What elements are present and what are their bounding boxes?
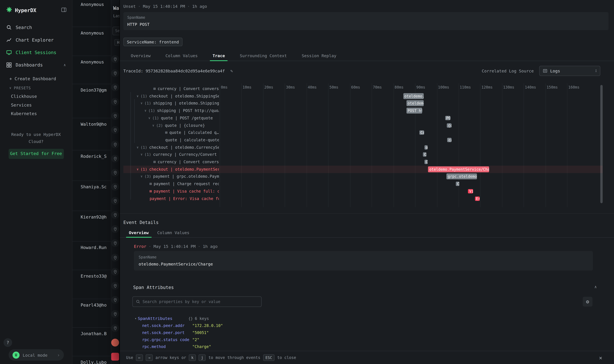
sidebar-item-search[interactable]: Search — [0, 21, 72, 34]
attribute-search-input[interactable] — [143, 299, 258, 304]
trace-tree-row[interactable]: ▤quote | Calculated q…Calculated q… — [123, 129, 603, 136]
span-bar[interactable]: Charge request rec… — [456, 182, 459, 186]
session-list-item[interactable]: Anonymous — [72, 55, 111, 84]
span-bar[interactable]: oteldemo.ShippingSe… — [403, 93, 424, 99]
settings-gear-button[interactable]: ⚙ — [583, 297, 592, 307]
chevron-down-icon[interactable]: ∨ — [141, 102, 143, 105]
preset-item-clickhouse[interactable]: Clickhouse — [0, 92, 72, 101]
map-pin-icon[interactable] — [111, 225, 119, 233]
map-pin-icon[interactable] — [111, 98, 119, 106]
span-bar[interactable]: Error: Visa cache ful… — [475, 196, 480, 201]
error-event-icon[interactable] — [111, 353, 119, 361]
chevron-down-icon[interactable]: ∨ — [137, 94, 139, 98]
session-list-item[interactable]: Shaniya.Sc — [72, 181, 111, 209]
map-pin-icon[interactable] — [111, 324, 119, 332]
edit-trace-icon[interactable]: ✎ — [230, 68, 233, 73]
tab-surrounding-context[interactable]: Surrounding Context — [232, 51, 294, 61]
log-source-select[interactable]: Logs ▴▾ — [539, 66, 600, 76]
trace-tree-row[interactable]: ∨(1)shipping | POST http://quo…POST http… — [123, 107, 603, 114]
chevron-down-icon[interactable]: ∨ — [141, 153, 143, 156]
collapse-sidebar-icon[interactable] — [61, 7, 67, 14]
map-pin-icon[interactable] — [111, 69, 119, 77]
span-bar[interactable]: calculate-quote — [447, 138, 452, 142]
presets-toggle[interactable]: ∨ PRESETS — [0, 82, 72, 92]
session-list-item[interactable]: Jonathan.B — [72, 327, 111, 356]
get-started-button[interactable]: Get Started for Free — [8, 149, 64, 159]
attribute-row[interactable]: rpc.method"Charge" — [135, 343, 593, 350]
chevron-down-icon[interactable]: ∨ — [152, 124, 154, 127]
create-dashboard-button[interactable]: + Create Dashboard — [0, 71, 72, 82]
sidebar-item-client-sessions[interactable]: Client Sessions — [0, 46, 72, 59]
chevron-down-icon[interactable]: ∨ — [148, 116, 150, 120]
map-pin-icon[interactable] — [111, 268, 119, 276]
map-pin-icon[interactable] — [111, 83, 119, 91]
trace-tree-row[interactable]: ∨(1)checkout | oteldemo.PaymentServi…ote… — [123, 166, 603, 173]
event-details-tab-overview[interactable]: Overview — [125, 228, 153, 237]
map-pin-icon[interactable] — [111, 211, 119, 219]
map-pin-icon[interactable] — [111, 155, 119, 162]
tab-trace[interactable]: Trace — [205, 51, 232, 61]
map-pin-icon[interactable] — [111, 197, 119, 205]
map-pin-icon[interactable] — [111, 239, 119, 247]
session-list-item[interactable]: Dolly.Lubo — [72, 356, 111, 364]
span-bar[interactable]: oteldemo.CurrencySe… — [424, 145, 428, 149]
trace-tree-row[interactable]: ∨(1)checkout | oteldemo.ShippingSe…oteld… — [123, 92, 603, 100]
tab-column-values[interactable]: Column Values — [158, 51, 205, 61]
tab-session-replay[interactable]: Session Replay — [294, 51, 344, 61]
attribute-row[interactable]: net.sock.peer.port"50051" — [135, 329, 593, 336]
session-list-item[interactable]: Pearl43@ho — [72, 299, 111, 327]
service-name-chip[interactable]: ServiceName: frontend — [123, 38, 183, 46]
span-bar[interactable]: Convert convers… — [424, 160, 428, 164]
span-bar[interactable]: POST /getquote — [445, 116, 450, 120]
session-list-item[interactable]: Deion37@gm — [72, 84, 111, 112]
span-bar[interactable]: Currency/Convert — [423, 152, 426, 157]
span-bar[interactable]: Visa cache full: c… — [468, 189, 473, 193]
trace-tree-row[interactable]: ∨(1)currency | Currency/ConvertCurrency/… — [123, 151, 603, 158]
sidebar-item-chart-explorer[interactable]: Chart Explorer — [0, 34, 72, 46]
chevron-down-icon[interactable]: ∨ — [137, 167, 139, 171]
trace-tree-row[interactable]: ∨(1)quote | POST /getquotePOST /getquote — [123, 114, 603, 122]
trace-tree-row[interactable]: ∨(1)shipping | oteldemo.Shipping…oteldem… — [123, 100, 603, 107]
map-pin-icon[interactable] — [111, 310, 119, 318]
session-list-item[interactable]: Howard.Run — [72, 241, 111, 269]
trace-tree-row[interactable]: ▤currency | Convert convers… — [123, 85, 603, 92]
chevron-down-icon[interactable]: ∨ — [141, 175, 143, 178]
attribute-row[interactable]: net.sock.peer.addr"172.28.0.10" — [135, 322, 593, 329]
session-list-item[interactable]: Anonymous — [72, 26, 111, 55]
local-mode-button[interactable]: U Local mode › — [9, 349, 64, 361]
span-bar[interactable]: POST http://quo… — [406, 108, 422, 114]
span-bar[interactable]: {closure} — [447, 123, 452, 128]
span-bar[interactable]: oteldemo.Shipping… — [406, 100, 424, 106]
error-event-icon[interactable] — [111, 339, 119, 347]
map-pin-icon[interactable] — [111, 282, 119, 290]
trace-tree-row[interactable]: ∨(3)payment | grpc.oteldemo.Paymen…grpc.… — [123, 173, 603, 180]
preset-item-services[interactable]: Services — [0, 101, 72, 109]
attribute-root-row[interactable]: ▾ SpanAttributes {}6 keys — [135, 315, 593, 322]
span-bar[interactable]: grpc.oteldemo.Paymen… — [447, 174, 477, 180]
map-pin-icon[interactable] — [111, 183, 119, 191]
event-details-tab-column-values[interactable]: Column Values — [153, 228, 194, 237]
trace-tree-row[interactable]: quote | calculate-quotecalculate-quote — [123, 136, 603, 143]
map-pin-icon[interactable] — [111, 126, 119, 134]
trace-tree-row[interactable]: payment | Error: Visa cache ful…Error: V… — [123, 195, 603, 202]
collapse-section-icon[interactable]: ∧ — [594, 285, 597, 289]
chevron-down-icon[interactable]: ∨ — [144, 109, 146, 112]
help-button[interactable]: ? — [3, 338, 12, 347]
session-list-item[interactable]: Anonymous — [72, 0, 111, 26]
sidebar-item-dashboards[interactable]: Dashboards∧ — [0, 59, 72, 71]
trace-tree-row[interactable]: ▤currency | Convert convers…Convert conv… — [123, 158, 603, 166]
map-pin-icon[interactable] — [111, 141, 119, 148]
span-bar[interactable]: oteldemo.PaymentService/Char… — [428, 166, 489, 172]
trace-tree-row[interactable]: ∨(1)checkout | oteldemo.CurrencySe…oteld… — [123, 143, 603, 151]
map-pin-icon[interactable] — [111, 112, 119, 120]
map-pin-icon[interactable] — [111, 55, 119, 63]
session-list-item[interactable]: Ernesto33@ — [72, 270, 111, 298]
trace-tree-row[interactable]: ▤payment | Visa cache full: c…Visa cache… — [123, 187, 603, 195]
close-drawer-button[interactable]: × — [599, 354, 602, 361]
session-list-item[interactable]: Kieran92@h — [72, 211, 111, 239]
trace-tree-row[interactable]: ▤payment | Charge request rec…Charge req… — [123, 180, 603, 188]
trace-tree-row[interactable]: ∨(2)quote | {closure}{closure} — [123, 122, 603, 129]
span-bar[interactable]: Calculated q… — [419, 130, 424, 135]
chevron-down-icon[interactable]: ∨ — [137, 145, 139, 149]
map-pin-icon[interactable] — [111, 296, 119, 304]
